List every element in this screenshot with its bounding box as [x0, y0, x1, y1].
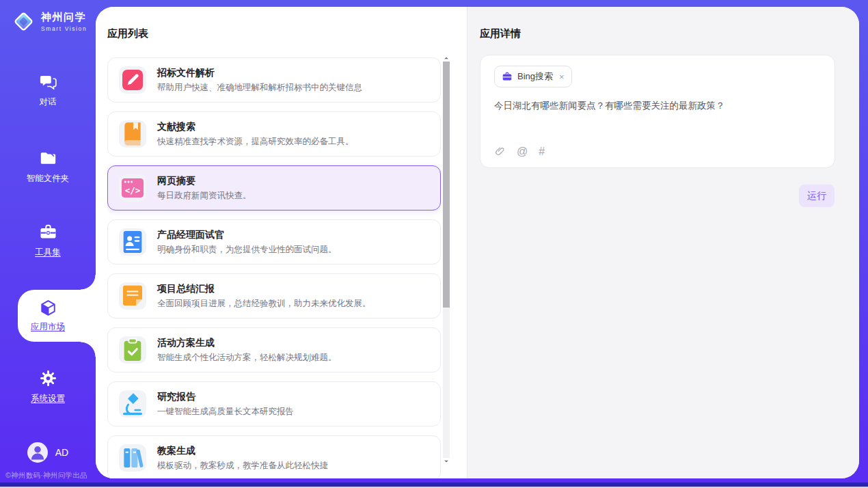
app-window: 神州问学 Smart Vision 对话智能文件夹工具集应用市场系统设置 AD …: [0, 0, 868, 488]
main-content: 应用列表 招标文件解析帮助用户快速、准确地理解和解析招标书中的关键信息文献搜索快…: [96, 7, 859, 478]
sidebar-item-label: 对话: [40, 96, 57, 108]
sidebar-item-2[interactable]: 智能文件夹: [0, 149, 96, 185]
sidebar: 神州问学 Smart Vision 对话智能文件夹工具集应用市场系统设置 AD …: [0, 0, 96, 488]
scrollbar-track[interactable]: [443, 62, 450, 458]
close-icon[interactable]: ×: [559, 72, 565, 82]
app-card[interactable]: 活动方案生成智能生成个性化活动方案，轻松解决规划难题。: [107, 327, 441, 372]
app-list-pane: 应用列表 招标文件解析帮助用户快速、准确地理解和解析招标书中的关键信息文献搜索快…: [96, 7, 467, 478]
app-card[interactable]: 研究报告一键智能生成高质量长文本研究报告: [107, 381, 441, 426]
sidebar-item-4[interactable]: 应用市场: [0, 290, 96, 342]
sidebar-item-label: 工具集: [35, 247, 61, 258]
scroll-down-icon[interactable]: [443, 458, 450, 465]
app-card-description: 每日政府新闻资讯快查。: [157, 190, 252, 202]
app-card[interactable]: 产品经理面试官明确身份和职责，为您提供专业性的面试问题。: [107, 219, 441, 265]
run-button[interactable]: 运行: [799, 185, 835, 207]
app-list: 招标文件解析帮助用户快速、准确地理解和解析招标书中的关键信息文献搜索快速精准查找…: [107, 57, 441, 478]
composer-toolbar: @#: [494, 146, 821, 157]
app-card-description: 模板驱动，教案秒成，教学准备从此轻松快捷: [157, 460, 328, 472]
app-card[interactable]: 文献搜索快速精准查找学术资源，提高研究效率的必备工具。: [107, 111, 441, 157]
user-name: AD: [55, 447, 68, 458]
svg-text:</>: </>: [125, 185, 141, 195]
app-card[interactable]: 招标文件解析帮助用户快速、准确地理解和解析招标书中的关键信息: [107, 57, 441, 103]
folder-icon: [39, 149, 57, 167]
app-card[interactable]: </>网页摘要每日政府新闻资讯快查。: [107, 165, 441, 211]
note-icon: [119, 282, 146, 310]
app-card-description: 帮助用户快速、准确地理解和解析招标书中的关键信息: [157, 82, 362, 94]
app-card-title: 活动方案生成: [157, 337, 337, 349]
app-card-title: 招标文件解析: [157, 67, 362, 79]
microscope-icon: [119, 390, 146, 418]
browser-code-icon: </>: [119, 174, 146, 202]
attachment-icon[interactable]: [494, 146, 506, 157]
scrollbar[interactable]: [443, 55, 450, 465]
scrollbar-thumb[interactable]: [443, 62, 450, 308]
edit-icon: [119, 66, 146, 94]
sidebar-item-label: 应用市场: [31, 321, 65, 333]
brand-tagline: Smart Vision: [41, 25, 87, 32]
clipboard-check-icon: [119, 336, 146, 364]
app-card-title: 产品经理面试官: [157, 229, 337, 241]
app-card-title: 项目总结汇报: [157, 283, 371, 295]
user-account[interactable]: AD: [0, 442, 96, 463]
resume-icon: [119, 228, 146, 256]
sidebar-item-label: 智能文件夹: [27, 173, 70, 185]
prompt-input[interactable]: 今日湖北有哪些新闻要点？有哪些需要关注的最新政策？: [494, 99, 821, 113]
app-card-title: 教案生成: [157, 445, 328, 457]
app-card-description: 明确身份和职责，为您提供专业性的面试问题。: [157, 244, 337, 256]
mention-icon[interactable]: @: [517, 146, 528, 157]
app-card-description: 智能生成个性化活动方案，轻松解决规划难题。: [157, 352, 337, 364]
brand: 神州问学 Smart Vision: [11, 9, 87, 34]
app-list-title: 应用列表: [107, 27, 148, 40]
app-detail-pane: 应用详情 Bing搜索 × 今日湖北有哪些新闻要点？有哪些需要关注的最新政策？ …: [467, 7, 859, 478]
app-card[interactable]: 项目总结汇报全面回顾项目进展，总结经验教训，助力未来优化发展。: [107, 273, 441, 318]
book-icon: [119, 120, 146, 148]
brand-name: 神州问学: [41, 11, 87, 24]
copyright: ©神州数码·神州问学出品: [5, 471, 87, 480]
sidebar-item-5[interactable]: 系统设置: [0, 369, 96, 405]
gear-icon: [39, 369, 57, 388]
briefcase-icon: [502, 71, 513, 82]
avatar: [27, 442, 48, 463]
tool-tag-label: Bing搜索: [517, 70, 553, 83]
cube-icon: [39, 299, 57, 317]
scroll-up-icon[interactable]: [443, 55, 450, 62]
app-card-description: 全面回顾项目进展，总结经验教训，助力未来优化发展。: [157, 298, 371, 310]
app-card[interactable]: 教案生成模板驱动，教案秒成，教学准备从此轻松快捷: [107, 435, 441, 478]
app-card-title: 文献搜索: [157, 121, 354, 133]
books-icon: [119, 444, 146, 472]
toolbox-icon: [39, 223, 57, 241]
app-detail-title: 应用详情: [480, 27, 521, 40]
chat-icon: [39, 72, 57, 91]
app-card-title: 网页摘要: [157, 175, 252, 187]
app-card-title: 研究报告: [157, 391, 294, 403]
composer-card: Bing搜索 × 今日湖北有哪些新闻要点？有哪些需要关注的最新政策？ @#: [480, 55, 835, 168]
app-card-description: 快速精准查找学术资源，提高研究效率的必备工具。: [157, 136, 354, 148]
sidebar-item-1[interactable]: 对话: [0, 72, 96, 108]
app-card-description: 一键智能生成高质量长文本研究报告: [157, 406, 294, 418]
brand-logo-icon: [11, 9, 36, 34]
hash-icon[interactable]: #: [539, 146, 545, 157]
sidebar-item-3[interactable]: 工具集: [0, 223, 96, 258]
sidebar-item-label: 系统设置: [31, 393, 65, 405]
person-icon: [27, 442, 48, 463]
tool-tag[interactable]: Bing搜索 ×: [494, 66, 572, 87]
